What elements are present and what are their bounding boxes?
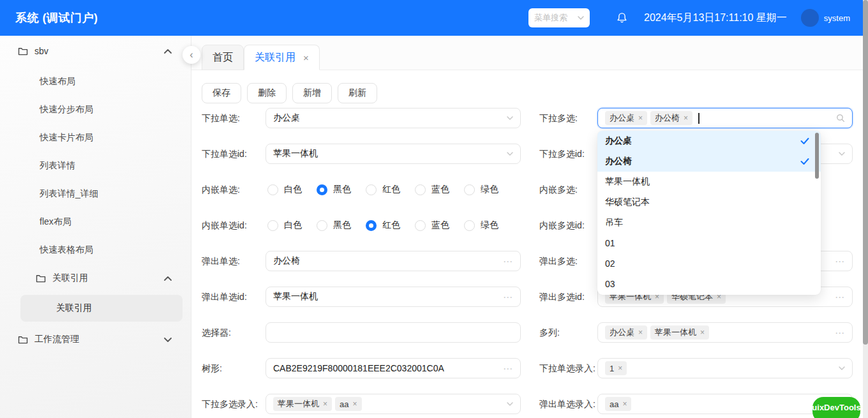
field-label: 下拉多选: — [521, 108, 597, 128]
radio-icon — [415, 184, 426, 195]
radio-icon — [415, 220, 426, 231]
chevron-left-icon: ‹ — [190, 50, 193, 60]
single-select-entry[interactable]: 1× — [597, 358, 853, 378]
chevron-down-icon — [839, 366, 845, 370]
sidebar-folder-relation-reference[interactable]: 关联引用 — [0, 264, 191, 292]
sidebar-folder-sbv[interactable]: sbv — [0, 37, 191, 65]
folder-icon — [18, 47, 28, 56]
radio-black[interactable]: 黑色 — [317, 220, 351, 231]
chevron-down-icon — [578, 16, 584, 20]
dropdown-option[interactable]: 03 — [597, 274, 821, 294]
sidebar-item-quick-card-layout[interactable]: 快速卡片布局 — [0, 124, 191, 152]
sidebar-item-relation-reference-selected[interactable]: 关联引用 — [20, 295, 183, 322]
sidebar-item-quick-step-layout[interactable]: 快速分步布局 — [0, 96, 191, 124]
datetime-display: 2024年5月13日17:11:10 星期一 — [644, 11, 787, 25]
close-icon[interactable]: × — [303, 52, 309, 63]
radio-red[interactable]: 红色 — [366, 220, 400, 231]
field-value: 苹果一体机 — [273, 291, 318, 302]
popup-single[interactable]: 办公椅 ⋯ — [266, 251, 521, 271]
multi-select-entry[interactable]: 苹果一体机× aa× — [266, 394, 521, 414]
close-icon[interactable]: × — [684, 114, 688, 123]
radio-icon — [366, 220, 377, 231]
single-select[interactable]: 办公桌 — [266, 108, 521, 128]
radio-icon — [317, 220, 327, 231]
chevron-down-icon — [507, 116, 513, 120]
field-value: 办公桌 — [273, 112, 300, 124]
notification-bell-icon[interactable] — [617, 12, 627, 24]
menu-search-select[interactable]: 菜单搜索 — [528, 8, 590, 27]
tag: 1× — [605, 361, 627, 375]
dropdown-option[interactable]: 吊车 — [597, 213, 821, 233]
dropdown-option[interactable]: 01 — [597, 233, 821, 253]
field-label: 下拉多选id: — [521, 144, 597, 164]
sidebar-folder-workflow[interactable]: 工作流管理 — [0, 325, 191, 354]
tree-select[interactable]: CAB2E9219F80000181EEE2C032001C0A ⋯ — [266, 358, 521, 378]
ellipsis-icon: ⋯ — [835, 257, 845, 266]
radio-green[interactable]: 绿色 — [464, 220, 498, 231]
devtools-badge[interactable]: uixDevTools — [812, 397, 860, 418]
chevron-down-icon — [507, 402, 513, 406]
radio-blue[interactable]: 蓝色 — [415, 184, 449, 195]
close-icon[interactable]: × — [323, 399, 327, 408]
field-label: 弹出单选录入: — [521, 394, 597, 414]
delete-button[interactable]: 删除 — [247, 83, 287, 103]
field-label: 选择器: — [202, 322, 266, 343]
tag: aa× — [335, 397, 361, 411]
tab-bar: 首页 关联引用 × — [191, 36, 863, 70]
radio-icon — [464, 184, 475, 195]
dropdown-option[interactable]: 办公椅 — [597, 151, 821, 172]
app-window: 系统 (调试门户) 菜单搜索 2024年5月13日17:11:10 星期一 sy… — [0, 0, 868, 418]
save-button[interactable]: 保存 — [202, 83, 241, 103]
user-avatar[interactable] — [801, 9, 819, 27]
tag: 办公桌× — [605, 111, 647, 125]
close-icon[interactable]: × — [638, 328, 643, 337]
sidebar-item-quick-layout[interactable]: 快速布局 — [0, 68, 191, 96]
action-toolbar: 保存 删除 新增 刷新 — [202, 83, 863, 103]
window-scrollbar-thumb[interactable] — [863, 0, 868, 345]
dropdown-option[interactable]: 办公桌 — [597, 131, 821, 151]
selector-input[interactable] — [266, 322, 521, 343]
multi-column-select[interactable]: 办公桌× 苹果一体机× ⋯ — [597, 322, 853, 343]
sidebar-item-quick-table-layout[interactable]: 快速表格布局 — [0, 236, 191, 264]
dropdown-scrollbar-thumb[interactable] — [815, 133, 819, 179]
chevron-up-icon — [164, 276, 172, 281]
field-label: 下拉单选: — [202, 108, 266, 128]
radio-blue[interactable]: 蓝色 — [415, 220, 449, 231]
ellipsis-icon: ⋯ — [835, 328, 845, 338]
ellipsis-icon: ⋯ — [503, 364, 513, 373]
refresh-button[interactable]: 刷新 — [338, 83, 377, 103]
field-label: 内嵌多选: — [521, 179, 597, 200]
sidebar-item-list-detail[interactable]: 列表详情 — [0, 152, 191, 180]
inline-radio-id-group: 白色 黑色 红色 蓝色 绿色 — [266, 215, 521, 235]
tab-home[interactable]: 首页 — [202, 45, 244, 70]
radio-icon — [317, 184, 327, 195]
radio-black[interactable]: 黑色 — [317, 184, 351, 195]
field-label: 下拉单选录入: — [521, 358, 597, 378]
close-icon[interactable]: × — [618, 364, 622, 373]
sidebar-item-flex-layout[interactable]: flex布局 — [0, 208, 191, 236]
close-icon[interactable]: × — [352, 399, 357, 408]
radio-red[interactable]: 红色 — [366, 184, 400, 195]
ellipsis-icon: ⋯ — [503, 257, 513, 266]
close-icon[interactable]: × — [622, 399, 627, 408]
field-value: CAB2E9219F80000181EEE2C032001C0A — [273, 363, 444, 373]
close-icon[interactable]: × — [700, 328, 705, 337]
dropdown-option[interactable]: 苹果一体机 — [597, 172, 821, 192]
dropdown-option[interactable]: 华硕笔记本 — [597, 192, 821, 213]
single-select-id[interactable]: 苹果一体机 — [266, 144, 521, 164]
radio-green[interactable]: 绿色 — [464, 184, 498, 195]
popup-single-id[interactable]: 苹果一体机 ⋯ — [266, 287, 521, 307]
radio-icon — [267, 220, 278, 231]
multi-select[interactable]: 办公桌× 办公椅× — [597, 108, 853, 128]
tag: 办公椅× — [650, 111, 692, 125]
tag: aa× — [605, 397, 631, 411]
dropdown-option[interactable]: 02 — [597, 253, 821, 274]
tab-relation-reference[interactable]: 关联引用 × — [244, 45, 320, 70]
radio-white[interactable]: 白色 — [267, 184, 302, 195]
sidebar-item-list-detail-detail[interactable]: 列表详情_详细 — [0, 180, 191, 208]
add-button[interactable]: 新增 — [292, 83, 332, 103]
close-icon[interactable]: × — [638, 114, 643, 123]
field-label: 弹出单选: — [202, 251, 266, 271]
radio-white[interactable]: 白色 — [267, 220, 302, 231]
sidebar-collapse-button[interactable]: ‹ — [183, 46, 200, 64]
